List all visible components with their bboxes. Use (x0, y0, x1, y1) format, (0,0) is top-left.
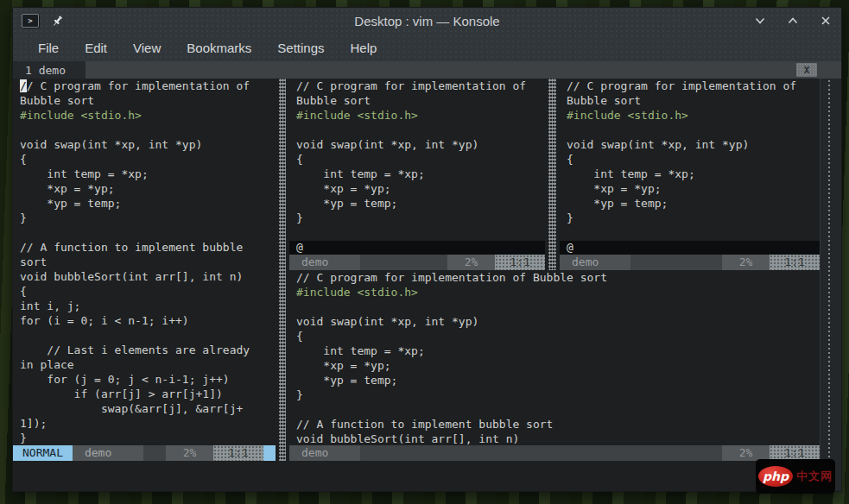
vertical-split-separator[interactable] (545, 79, 560, 270)
code-line: if (arr[j] > arr[j+1]) (13, 387, 276, 402)
filename-right: demo (560, 255, 630, 270)
cursor-position-left: 1:1 (213, 445, 263, 461)
code-line: *yp = temp; (13, 197, 276, 211)
code-line: 1]); (13, 417, 276, 432)
watermark: php 中文网 (756, 459, 835, 494)
menu-edit[interactable]: Edit (75, 38, 117, 58)
code-line: int temp = *xp; (289, 167, 545, 182)
code-line (13, 123, 276, 138)
vim-pane-left[interactable]: // C program for implementation ofBubble… (13, 79, 276, 461)
code-line: void swap(int *xp, int *yp) (289, 315, 820, 330)
menu-file[interactable]: File (29, 38, 68, 58)
code-line: #include <stdio.h> (560, 109, 820, 123)
menu-settings[interactable]: Settings (268, 38, 333, 58)
code-line: for (j = 0; j < n-i-1; j++) (13, 373, 276, 387)
mode-indicator: NORMAL (13, 445, 73, 461)
code-line: void swap(int *xp, int *yp) (560, 138, 820, 153)
menu-view[interactable]: View (124, 38, 170, 58)
code-line: } (289, 211, 545, 226)
filename-middle: demo (289, 255, 360, 270)
code-line: // C program for implementation of (289, 79, 545, 94)
filename-bottom: demo (289, 445, 360, 461)
maximize-button[interactable] (786, 14, 800, 28)
menubar: File Edit View Bookmarks Settings Help (13, 34, 841, 61)
code-line: void swap(int *xp, int *yp) (13, 138, 276, 153)
code-line (560, 226, 820, 241)
code-line: *xp = *yp; (289, 182, 545, 197)
code-line: int temp = *xp; (560, 167, 820, 182)
code-line: void swap(int *xp, int *yp) (289, 138, 545, 153)
statusline-accent-tip (263, 445, 276, 461)
php-logo: php (758, 466, 793, 487)
code-line: *xp = *yp; (13, 182, 276, 197)
titlebar[interactable]: > Desktop : vim — Konsole (13, 8, 841, 34)
konsole-app-icon: > (22, 14, 39, 28)
vim-pane-right-content[interactable]: // C program for implementation ofBubble… (560, 79, 820, 255)
menu-help[interactable]: Help (341, 38, 387, 58)
scroll-percent-left: 2% (166, 445, 213, 461)
code-line: swap(&arr[j], &arr[j+ (13, 402, 276, 417)
code-line: int temp = *xp; (13, 167, 276, 182)
code-line: #include <stdio.h> (13, 109, 276, 123)
vim-pane-bottom-content[interactable]: // C program for implementation of Bubbl… (289, 270, 820, 445)
code-line (289, 226, 545, 241)
filename-left: demo (73, 445, 143, 461)
scroll-percent-middle: 2% (447, 255, 495, 270)
code-line: } (13, 432, 276, 445)
menu-bookmarks[interactable]: Bookmarks (177, 38, 261, 58)
code-line: Bubble sort (560, 94, 820, 109)
code-line: } (289, 388, 820, 403)
code-line: { (13, 285, 276, 299)
vim-pane-bottom[interactable]: // C program for implementation of Bubbl… (289, 270, 820, 461)
code-line (560, 123, 820, 138)
statusline-bottom: demo 2% 1:1 (289, 445, 820, 461)
vim-pane-left-content[interactable]: // C program for implementation ofBubble… (13, 79, 276, 445)
statusline-left: NORMAL demo 2% 1:1 (13, 445, 276, 461)
tabbar: 1 demo X (13, 61, 841, 79)
terminal-scrollbar[interactable] (820, 79, 841, 491)
code-line: *yp = temp; (560, 197, 820, 211)
code-line: *yp = temp; (289, 374, 820, 388)
code-line: // Last i elements are already (13, 343, 276, 358)
code-line: { (289, 153, 545, 167)
konsole-window: > Desktop : vim — Konsole (12, 7, 842, 492)
scroll-percent-right: 2% (722, 255, 770, 270)
vim-pane-middle-content[interactable]: // C program for implementation ofBubble… (289, 79, 545, 255)
vim-command-line[interactable] (13, 461, 820, 491)
code-line: Bubble sort (289, 94, 545, 109)
cursor-position-middle: 1:1 (495, 255, 545, 270)
code-line (289, 403, 820, 418)
code-line (13, 226, 276, 241)
tab-close-button[interactable]: X (796, 63, 817, 77)
vim-cursor: / (20, 79, 27, 92)
code-line (289, 123, 545, 138)
code-line: // A function to implement bubble sort (289, 418, 820, 432)
code-line: #include <stdio.h> (289, 286, 820, 300)
code-line: // A function to implement bubble (13, 241, 276, 255)
code-line: *xp = *yp; (289, 359, 820, 374)
vertical-split-separator[interactable] (276, 79, 289, 461)
code-line: @ (289, 241, 545, 255)
minimize-button[interactable] (753, 14, 767, 28)
statusline-middle: demo 2% 1:1 (289, 255, 545, 270)
code-line: // C program for implementation of (560, 79, 820, 94)
code-line: { (13, 153, 276, 167)
pin-icon[interactable] (51, 15, 64, 28)
code-line (289, 300, 820, 315)
vim-pane-right[interactable]: // C program for implementation ofBubble… (560, 79, 820, 270)
code-line: void bubbleSort(int arr[], int n) (289, 432, 820, 445)
vim-pane-middle[interactable]: // C program for implementation ofBubble… (289, 79, 545, 270)
code-line: { (289, 330, 820, 344)
code-line: #include <stdio.h> (289, 109, 545, 123)
code-line: { (560, 153, 820, 167)
code-line (13, 329, 276, 343)
code-line: } (13, 211, 276, 226)
code-line: // C program for implementation of Bubbl… (289, 271, 820, 286)
tab-demo[interactable]: 1 demo (13, 61, 86, 79)
code-line: } (560, 211, 820, 226)
code-line: @ (560, 241, 820, 255)
code-line: int temp = *xp; (289, 344, 820, 359)
code-line: *yp = temp; (289, 197, 545, 211)
terminal: // C program for implementation ofBubble… (13, 79, 841, 491)
close-button[interactable] (819, 14, 833, 28)
